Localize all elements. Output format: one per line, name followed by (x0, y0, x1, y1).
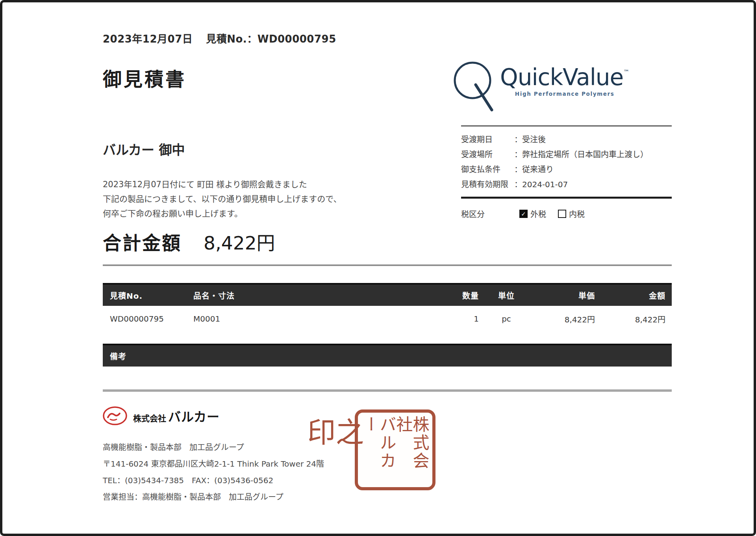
checkbox-checked-icon: ✓ (519, 210, 528, 218)
cell-quote-no: WD00000795 (103, 314, 193, 324)
terms-label: 受渡場所 (461, 147, 514, 162)
tax-category-row: 税区分 ✓ 外税 内税 (461, 208, 672, 220)
terms-colon: ： (514, 177, 522, 192)
greeting-line: 2023年12月07日付にて 町田 様より御照会戴きました (103, 177, 341, 192)
terms-colon: ： (514, 147, 522, 162)
terms-row-validity: 見積有効期限 ： 2024-01-07 (461, 177, 672, 192)
quotation-document-page: 2023年12月07日見積No.：WD00000795 御見積書 QuickVa… (0, 0, 756, 536)
terms-row-delivery-place: 受渡場所 ： 弊社指定場所（日本国内車上渡し） (461, 147, 672, 162)
table-row: WD00000795 M0001 1 pc 8,422円 8,422円 (103, 309, 672, 329)
date-and-quote-number-line: 2023年12月07日見積No.：WD00000795 (103, 31, 336, 45)
footer-separator-rule (103, 389, 672, 392)
items-table-header: 見積No. 品名・寸法 数量 単位 単価 金額 (103, 283, 672, 306)
cell-item-name: M0001 (193, 314, 445, 324)
company-name: バルカー (168, 407, 220, 425)
footer-division-line: 高機能樹脂・製品本部 加工品グループ (103, 439, 324, 456)
seal-column: バルカー (361, 416, 395, 484)
terms-colon: ： (514, 162, 522, 177)
column-header-item-name: 品名・寸法 (193, 290, 445, 301)
column-header-quote-no: 見積No. (103, 290, 193, 301)
total-amount-row: 合計金額 8,422円 (103, 228, 275, 255)
terms-label: 御支払条件 (461, 162, 514, 177)
terms-rows: 受渡期日 ： 受注後 受渡場所 ： 弊社指定場所（日本国内車上渡し） 御支払条件… (461, 127, 672, 197)
cell-quantity: 1 (445, 314, 479, 324)
footer-sales-contact-line: 営業担当：高機能樹脂・製品本部 加工品グループ (103, 489, 324, 505)
column-header-quantity: 数量 (445, 290, 479, 301)
tax-option-label: 内税 (569, 208, 585, 220)
remarks-bar: 備考 (103, 344, 672, 367)
greeting-paragraph: 2023年12月07日付にて 町田 様より御照会戴きました 下記の製品につきまし… (103, 177, 341, 221)
total-underline-rule (103, 264, 672, 266)
company-name-block: 株式会社 バルカー (133, 407, 220, 425)
issue-date: 2023年12月07日 (103, 33, 193, 45)
tax-option-label: 外税 (530, 208, 546, 220)
cell-amount: 8,422円 (595, 313, 672, 325)
terms-value: 弊社指定場所（日本国内車上渡し） (522, 147, 648, 162)
brand-text-block: QuickValue™ High Performance Polymers (500, 60, 629, 97)
footer-tel-fax-line: TEL：(03)5434-7385 FAX：(03)5436-0562 (103, 472, 324, 489)
column-header-unit-price: 単価 (534, 290, 595, 301)
brand-wordmark: QuickValue™ (500, 65, 629, 89)
remarks-label: 備考 (110, 350, 126, 362)
recipient-name: バルカー 御中 (103, 140, 185, 158)
cell-unit-price: 8,422円 (534, 313, 595, 325)
tax-category-label: 税区分 (461, 208, 519, 220)
total-label: 合計金額 (103, 228, 182, 255)
terms-value: 受注後 (522, 132, 546, 147)
brand-logo: QuickValue™ High Performance Polymers (453, 60, 629, 113)
tax-option-inclusive: 内税 (558, 208, 585, 220)
trademark-symbol: ™ (623, 69, 629, 76)
q-circle-with-tail-icon (453, 60, 495, 113)
terms-row-delivery-date: 受渡期日 ： 受注後 (461, 132, 672, 147)
cell-unit: pc (479, 314, 534, 324)
terms-label: 受渡期日 (461, 132, 514, 147)
red-oval-company-logo-icon (102, 406, 128, 426)
company-hanko-seal-icon: 株式会社 バルカー 之印 (355, 409, 435, 490)
company-identity: 株式会社 バルカー (102, 406, 220, 426)
greeting-line: 何卒ご下命の程お願い申し上げます。 (103, 207, 341, 221)
terms-bottom-rule (461, 197, 672, 199)
company-prefix: 株式会社 (133, 412, 166, 424)
column-header-unit: 単位 (479, 290, 534, 301)
total-amount-value: 8,422円 (204, 228, 275, 255)
footer-contact-block: 高機能樹脂・製品本部 加工品グループ 〒141-6024 東京都品川区大崎2-1… (103, 439, 324, 505)
brand-tagline: High Performance Polymers (500, 91, 629, 97)
terms-value: 2024-01-07 (522, 177, 568, 192)
footer-address-line: 〒141-6024 東京都品川区大崎2-1-1 Think Park Tower… (103, 456, 324, 472)
document-title: 御見積書 (103, 64, 186, 91)
checkbox-unchecked-icon (558, 210, 566, 218)
terms-value: 従来通り (522, 162, 554, 177)
terms-row-payment-terms: 御支払条件 ： 従来通り (461, 162, 672, 177)
seal-column: 之印 (305, 417, 361, 484)
seal-column: 株式会社 (395, 416, 428, 484)
terms-box: 受渡期日 ： 受注後 受渡場所 ： 弊社指定場所（日本国内車上渡し） 御支払条件… (461, 125, 672, 220)
greeting-line: 下記の製品につきまして、以下の通り御見積申し上げますので、 (103, 192, 341, 207)
tax-option-exclusive: ✓ 外税 (519, 208, 546, 220)
quote-number: 見積No.：WD00000795 (206, 33, 336, 45)
terms-colon: ： (514, 132, 522, 147)
terms-label: 見積有効期限 (461, 177, 514, 192)
column-header-amount: 金額 (595, 290, 672, 301)
